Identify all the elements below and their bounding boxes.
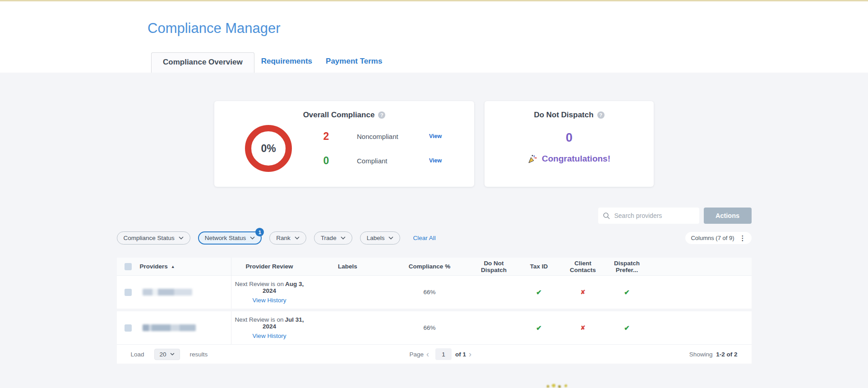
search-box <box>598 208 699 224</box>
page-size-control: Load 20 results <box>131 349 208 360</box>
page-content: Overall Compliance ? 0% 2 Noncompliant V… <box>0 73 868 364</box>
search-icon <box>603 212 610 219</box>
page-header: Compliance Manager Compliance Overview R… <box>0 1 868 73</box>
party-popper-icon <box>528 154 538 164</box>
view-compliant-link[interactable]: View <box>429 157 442 164</box>
tab-payment-terms[interactable]: Payment Terms <box>319 57 389 73</box>
showing-summary: Showing 1-2 of 2 <box>689 351 738 358</box>
congratulations-text: Congratulations! <box>542 154 610 164</box>
filter-chip-label: Trade <box>321 235 337 241</box>
table-row: Next Review is onAug 3, 2024 View Histor… <box>117 276 752 309</box>
filter-chip-rank[interactable]: Rank <box>269 231 306 245</box>
provider-name-redacted[interactable] <box>143 289 192 296</box>
tab-bar: Compliance Overview Requirements Payment… <box>151 52 389 73</box>
summary-cards-row: Overall Compliance ? 0% 2 Noncompliant V… <box>0 73 868 187</box>
chevron-down-icon <box>341 236 346 240</box>
do-not-dispatch-title: Do Not Dispatch <box>534 111 593 120</box>
showing-label: Showing <box>689 351 713 358</box>
page-count-label: of 1 <box>455 351 466 358</box>
column-header-do-not-dispatch[interactable]: Do Not Dispatch <box>471 260 517 273</box>
provider-review-cell: Next Review is onJul 31, 2024 View Histo… <box>231 311 308 344</box>
congratulations-message: Congratulations! <box>485 154 654 164</box>
columns-selector[interactable]: Columns (7 of 9) ⋮ <box>685 232 751 244</box>
filter-chip-compliance-status[interactable]: Compliance Status <box>117 231 190 245</box>
filter-chip-labels[interactable]: Labels <box>360 231 401 245</box>
page-navigator: Page ‹ 1 of 1 › <box>410 348 475 360</box>
view-history-link[interactable]: View History <box>231 297 308 304</box>
column-header-dispatch-preferences[interactable]: Dispatch Prefer... <box>605 260 650 273</box>
help-icon[interactable]: ? <box>597 111 605 119</box>
actions-button[interactable]: Actions <box>704 208 752 224</box>
showing-range: 1-2 of 2 <box>716 351 737 358</box>
select-all-checkbox[interactable] <box>125 263 132 270</box>
cutoff-bottom-widget <box>543 384 572 388</box>
chevron-down-icon <box>250 236 255 240</box>
table-toolbar: Actions <box>117 208 752 224</box>
tab-compliance-overview[interactable]: Compliance Overview <box>151 52 254 73</box>
view-history-link[interactable]: View History <box>231 333 308 339</box>
column-header-compliance-pct[interactable]: Compliance % <box>388 263 471 270</box>
filter-chip-trade[interactable]: Trade <box>314 231 352 245</box>
compliance-pct-cell: 66% <box>388 324 471 331</box>
provider-name-redacted[interactable] <box>143 324 196 331</box>
column-header-client-contacts[interactable]: Client Contacts <box>562 260 605 273</box>
table-row: Next Review is onJul 31, 2024 View Histo… <box>117 311 752 344</box>
sort-ascending-icon: ▲ <box>171 264 175 269</box>
review-prefix: Next Review is on <box>235 316 283 323</box>
dispatch-preferences-check-icon: ✔ <box>605 324 650 332</box>
filter-chip-label: Network Status <box>205 235 246 241</box>
column-header-tax-id[interactable]: Tax ID <box>517 263 562 270</box>
clear-all-filters-link[interactable]: Clear All <box>413 235 435 241</box>
chevron-right-icon[interactable]: › <box>469 350 471 358</box>
load-label: Load <box>131 351 144 358</box>
donut-value: 0% <box>261 143 276 155</box>
providers-section: Actions Compliance Status Network Status… <box>117 208 752 364</box>
chevron-left-icon[interactable]: ‹ <box>426 350 429 358</box>
tax-id-check-icon: ✔ <box>517 288 562 296</box>
filter-chip-network-status[interactable]: Network Status 1 <box>198 231 262 245</box>
page-title: Compliance Manager <box>148 20 281 37</box>
compliant-label: Compliant <box>357 157 429 165</box>
overall-compliance-title: Overall Compliance <box>303 111 375 120</box>
compliance-donut-chart: 0% <box>245 125 292 172</box>
filter-chip-label: Labels <box>367 235 385 241</box>
filter-count-badge: 1 <box>255 228 264 236</box>
dispatch-preferences-check-icon: ✔ <box>605 288 650 296</box>
page-size-select[interactable]: 20 <box>154 349 180 360</box>
page-label: Page <box>410 351 424 358</box>
page-size-value: 20 <box>160 351 166 358</box>
compliant-row: 0 Compliant View <box>321 155 442 167</box>
chevron-down-icon <box>388 236 393 240</box>
view-noncompliant-link[interactable]: View <box>429 133 442 139</box>
search-input[interactable] <box>614 212 695 220</box>
compliance-pct-cell: 66% <box>388 289 471 296</box>
tax-id-check-icon: ✔ <box>517 324 562 332</box>
tab-requirements[interactable]: Requirements <box>254 57 319 73</box>
current-page-input[interactable]: 1 <box>435 348 452 360</box>
results-label: results <box>190 351 208 358</box>
column-header-labels[interactable]: Labels <box>308 263 388 270</box>
column-header-provider-review[interactable]: Provider Review <box>231 258 308 275</box>
noncompliant-label: Noncompliant <box>357 133 429 140</box>
column-header-providers[interactable]: Providers ▲ <box>140 263 231 270</box>
filter-chip-label: Rank <box>276 235 291 241</box>
row-checkbox[interactable] <box>125 289 132 296</box>
table-header-row: Providers ▲ Provider Review Labels Compl… <box>117 258 752 276</box>
noncompliant-count: 2 <box>321 130 332 143</box>
kebab-menu-icon[interactable]: ⋮ <box>739 235 746 241</box>
pagination-bar: Load 20 results Page ‹ 1 of 1 › <box>117 344 752 364</box>
chevron-down-icon <box>179 236 184 240</box>
row-checkbox[interactable] <box>125 324 132 332</box>
provider-review-cell: Next Review is onAug 3, 2024 View Histor… <box>231 276 308 309</box>
review-prefix: Next Review is on <box>235 281 284 287</box>
chevron-down-icon <box>170 353 175 356</box>
compliance-stats: 2 Noncompliant View 0 Compliant View <box>321 130 442 167</box>
filter-chip-label: Compliance Status <box>124 235 175 241</box>
compliant-count: 0 <box>321 155 332 167</box>
columns-label: Columns (7 of 9) <box>691 235 734 241</box>
noncompliant-row: 2 Noncompliant View <box>321 130 442 143</box>
help-icon[interactable]: ? <box>378 111 385 119</box>
chevron-down-icon <box>295 236 300 240</box>
overall-compliance-card: Overall Compliance ? 0% 2 Noncompliant V… <box>214 101 474 187</box>
providers-table: Providers ▲ Provider Review Labels Compl… <box>117 258 752 364</box>
